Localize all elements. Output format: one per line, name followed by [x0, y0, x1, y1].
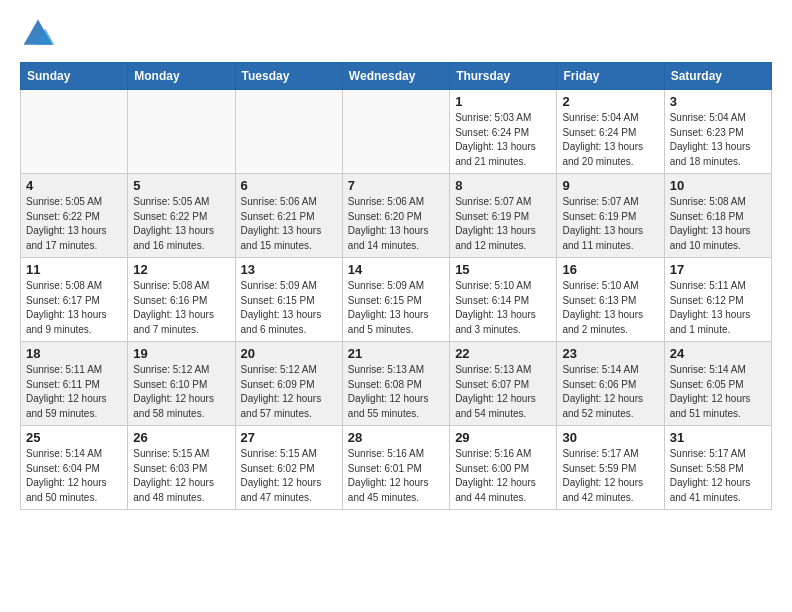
day-info: Sunrise: 5:08 AMSunset: 6:17 PMDaylight:… [26, 279, 122, 337]
day-info: Sunrise: 5:17 AMSunset: 5:59 PMDaylight:… [562, 447, 658, 505]
day-number: 1 [455, 94, 551, 109]
day-info: Sunrise: 5:13 AMSunset: 6:08 PMDaylight:… [348, 363, 444, 421]
day-info: Sunrise: 5:14 AMSunset: 6:05 PMDaylight:… [670, 363, 766, 421]
day-number: 6 [241, 178, 337, 193]
day-number: 22 [455, 346, 551, 361]
logo [20, 16, 62, 52]
day-number: 23 [562, 346, 658, 361]
day-number: 7 [348, 178, 444, 193]
weekday-header: Friday [557, 63, 664, 90]
calendar-day-cell: 16Sunrise: 5:10 AMSunset: 6:13 PMDayligh… [557, 258, 664, 342]
calendar-day-cell: 18Sunrise: 5:11 AMSunset: 6:11 PMDayligh… [21, 342, 128, 426]
day-info: Sunrise: 5:11 AMSunset: 6:12 PMDaylight:… [670, 279, 766, 337]
day-info: Sunrise: 5:07 AMSunset: 6:19 PMDaylight:… [562, 195, 658, 253]
day-number: 4 [26, 178, 122, 193]
day-number: 12 [133, 262, 229, 277]
day-info: Sunrise: 5:08 AMSunset: 6:16 PMDaylight:… [133, 279, 229, 337]
calendar-day-cell: 22Sunrise: 5:13 AMSunset: 6:07 PMDayligh… [450, 342, 557, 426]
calendar-day-cell: 2Sunrise: 5:04 AMSunset: 6:24 PMDaylight… [557, 90, 664, 174]
weekday-header: Tuesday [235, 63, 342, 90]
day-info: Sunrise: 5:06 AMSunset: 6:21 PMDaylight:… [241, 195, 337, 253]
day-info: Sunrise: 5:16 AMSunset: 6:01 PMDaylight:… [348, 447, 444, 505]
day-number: 27 [241, 430, 337, 445]
calendar-day-cell: 25Sunrise: 5:14 AMSunset: 6:04 PMDayligh… [21, 426, 128, 510]
day-number: 19 [133, 346, 229, 361]
day-info: Sunrise: 5:15 AMSunset: 6:03 PMDaylight:… [133, 447, 229, 505]
calendar-day-cell: 7Sunrise: 5:06 AMSunset: 6:20 PMDaylight… [342, 174, 449, 258]
calendar-day-cell: 31Sunrise: 5:17 AMSunset: 5:58 PMDayligh… [664, 426, 771, 510]
calendar-day-cell: 10Sunrise: 5:08 AMSunset: 6:18 PMDayligh… [664, 174, 771, 258]
day-number: 3 [670, 94, 766, 109]
calendar-day-cell: 8Sunrise: 5:07 AMSunset: 6:19 PMDaylight… [450, 174, 557, 258]
day-info: Sunrise: 5:09 AMSunset: 6:15 PMDaylight:… [348, 279, 444, 337]
day-info: Sunrise: 5:05 AMSunset: 6:22 PMDaylight:… [26, 195, 122, 253]
day-info: Sunrise: 5:05 AMSunset: 6:22 PMDaylight:… [133, 195, 229, 253]
day-number: 8 [455, 178, 551, 193]
calendar-day-cell: 14Sunrise: 5:09 AMSunset: 6:15 PMDayligh… [342, 258, 449, 342]
weekday-header: Saturday [664, 63, 771, 90]
calendar-week-row: 1Sunrise: 5:03 AMSunset: 6:24 PMDaylight… [21, 90, 772, 174]
calendar-day-cell: 1Sunrise: 5:03 AMSunset: 6:24 PMDaylight… [450, 90, 557, 174]
day-info: Sunrise: 5:10 AMSunset: 6:13 PMDaylight:… [562, 279, 658, 337]
day-info: Sunrise: 5:11 AMSunset: 6:11 PMDaylight:… [26, 363, 122, 421]
day-info: Sunrise: 5:13 AMSunset: 6:07 PMDaylight:… [455, 363, 551, 421]
calendar-day-cell [128, 90, 235, 174]
day-number: 13 [241, 262, 337, 277]
day-number: 29 [455, 430, 551, 445]
day-number: 20 [241, 346, 337, 361]
day-number: 17 [670, 262, 766, 277]
calendar-table: SundayMondayTuesdayWednesdayThursdayFrid… [20, 62, 772, 510]
calendar-day-cell: 30Sunrise: 5:17 AMSunset: 5:59 PMDayligh… [557, 426, 664, 510]
calendar-day-cell: 9Sunrise: 5:07 AMSunset: 6:19 PMDaylight… [557, 174, 664, 258]
day-number: 2 [562, 94, 658, 109]
day-info: Sunrise: 5:12 AMSunset: 6:09 PMDaylight:… [241, 363, 337, 421]
day-number: 31 [670, 430, 766, 445]
calendar-day-cell: 12Sunrise: 5:08 AMSunset: 6:16 PMDayligh… [128, 258, 235, 342]
calendar-day-cell [235, 90, 342, 174]
calendar-day-cell: 5Sunrise: 5:05 AMSunset: 6:22 PMDaylight… [128, 174, 235, 258]
day-info: Sunrise: 5:17 AMSunset: 5:58 PMDaylight:… [670, 447, 766, 505]
weekday-header: Wednesday [342, 63, 449, 90]
logo-icon [20, 16, 56, 52]
day-number: 14 [348, 262, 444, 277]
day-number: 28 [348, 430, 444, 445]
calendar-header-row: SundayMondayTuesdayWednesdayThursdayFrid… [21, 63, 772, 90]
day-info: Sunrise: 5:16 AMSunset: 6:00 PMDaylight:… [455, 447, 551, 505]
calendar-day-cell: 19Sunrise: 5:12 AMSunset: 6:10 PMDayligh… [128, 342, 235, 426]
day-number: 10 [670, 178, 766, 193]
day-number: 11 [26, 262, 122, 277]
calendar-day-cell: 26Sunrise: 5:15 AMSunset: 6:03 PMDayligh… [128, 426, 235, 510]
day-info: Sunrise: 5:09 AMSunset: 6:15 PMDaylight:… [241, 279, 337, 337]
day-info: Sunrise: 5:04 AMSunset: 6:24 PMDaylight:… [562, 111, 658, 169]
calendar-day-cell: 23Sunrise: 5:14 AMSunset: 6:06 PMDayligh… [557, 342, 664, 426]
day-number: 18 [26, 346, 122, 361]
day-number: 15 [455, 262, 551, 277]
day-info: Sunrise: 5:07 AMSunset: 6:19 PMDaylight:… [455, 195, 551, 253]
calendar-day-cell: 15Sunrise: 5:10 AMSunset: 6:14 PMDayligh… [450, 258, 557, 342]
calendar-day-cell: 29Sunrise: 5:16 AMSunset: 6:00 PMDayligh… [450, 426, 557, 510]
day-number: 30 [562, 430, 658, 445]
weekday-header: Thursday [450, 63, 557, 90]
calendar-day-cell: 6Sunrise: 5:06 AMSunset: 6:21 PMDaylight… [235, 174, 342, 258]
calendar-day-cell: 17Sunrise: 5:11 AMSunset: 6:12 PMDayligh… [664, 258, 771, 342]
day-info: Sunrise: 5:12 AMSunset: 6:10 PMDaylight:… [133, 363, 229, 421]
day-number: 9 [562, 178, 658, 193]
header [20, 16, 772, 52]
day-number: 24 [670, 346, 766, 361]
day-number: 25 [26, 430, 122, 445]
calendar-week-row: 18Sunrise: 5:11 AMSunset: 6:11 PMDayligh… [21, 342, 772, 426]
calendar-day-cell [21, 90, 128, 174]
calendar-day-cell: 24Sunrise: 5:14 AMSunset: 6:05 PMDayligh… [664, 342, 771, 426]
calendar-day-cell: 3Sunrise: 5:04 AMSunset: 6:23 PMDaylight… [664, 90, 771, 174]
day-info: Sunrise: 5:08 AMSunset: 6:18 PMDaylight:… [670, 195, 766, 253]
calendar-day-cell: 21Sunrise: 5:13 AMSunset: 6:08 PMDayligh… [342, 342, 449, 426]
weekday-header: Sunday [21, 63, 128, 90]
day-info: Sunrise: 5:14 AMSunset: 6:06 PMDaylight:… [562, 363, 658, 421]
day-info: Sunrise: 5:10 AMSunset: 6:14 PMDaylight:… [455, 279, 551, 337]
calendar-day-cell: 11Sunrise: 5:08 AMSunset: 6:17 PMDayligh… [21, 258, 128, 342]
calendar-week-row: 4Sunrise: 5:05 AMSunset: 6:22 PMDaylight… [21, 174, 772, 258]
day-number: 5 [133, 178, 229, 193]
calendar-week-row: 11Sunrise: 5:08 AMSunset: 6:17 PMDayligh… [21, 258, 772, 342]
day-info: Sunrise: 5:03 AMSunset: 6:24 PMDaylight:… [455, 111, 551, 169]
calendar-week-row: 25Sunrise: 5:14 AMSunset: 6:04 PMDayligh… [21, 426, 772, 510]
